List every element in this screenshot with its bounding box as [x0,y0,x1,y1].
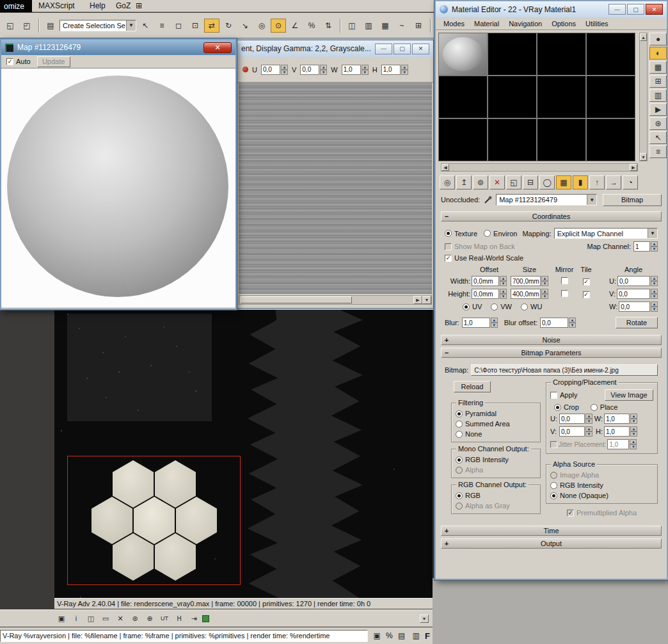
material-map-navigator-icon[interactable]: ≡ [649,145,667,158]
rgb-rgb-radio[interactable]: RGB [456,492,481,499]
selection-region-icon[interactable]: ◻ [171,19,186,33]
bitmap-path-button[interactable]: C:\Фото текстур\Новая папка (3)\Без имен… [471,364,658,376]
backlight-icon[interactable]: ◐ [649,47,667,60]
clear-image-icon[interactable]: ✕ [114,613,127,625]
width-size-spinner[interactable]: 700,0mm▲▼ [511,276,548,286]
sample-uv-tiling-icon[interactable]: ⊞ [649,75,667,88]
select-object-icon[interactable]: ↖ [138,19,153,33]
environ-radio[interactable]: Environ [484,230,517,237]
make-unique-icon[interactable]: ◱ [506,175,521,189]
unlink-selection-icon[interactable]: ◰ [19,19,35,33]
height-size-spinner[interactable]: 400,0mm▲▼ [511,289,548,299]
mapping-dropdown[interactable]: Explicit Map Channel ▼ [554,228,658,239]
rgb-alpha-as-gray-radio[interactable]: Alpha as Gray [456,502,510,510]
sample-slot[interactable] [439,119,487,161]
menu-maxscript[interactable]: MAXScript [38,1,75,10]
menu-modes[interactable]: Modes [443,20,465,28]
place-radio[interactable]: Place [591,403,618,411]
menu-customize[interactable]: omize [0,0,32,12]
close-icon[interactable]: ✕ [412,44,429,54]
menu-material[interactable]: Material [474,20,499,28]
sample-type-icon[interactable]: ● [649,33,667,45]
blur-offset-spinner[interactable]: 0,0▲▼ [540,318,576,328]
scroll-down-icon[interactable]: ▼ [640,153,647,161]
map-type-button[interactable]: Bitmap [603,194,662,206]
make-preview-icon[interactable]: ▶ [649,103,667,116]
reload-button[interactable]: Reload [454,381,491,392]
u-spinner[interactable]: 0,0▲▼ [261,65,288,75]
premultiplied-alpha-checkbox[interactable]: ✓Premultiplied Alpha [567,509,637,517]
maximize-icon[interactable]: ▢ [627,4,644,15]
sample-slot[interactable] [537,119,585,161]
save-image-icon[interactable]: ▣ [55,613,68,625]
reset-map-icon[interactable]: ✕ [489,175,505,189]
mirror-v-checkbox[interactable] [561,290,568,297]
video-color-check-icon[interactable]: ▥ [649,89,667,102]
material-editor-titlebar[interactable]: Material Editor - 22 - VRay Material1 — … [436,1,667,17]
scroll-up-icon[interactable]: ▲ [640,33,647,41]
jitter-spinner[interactable]: 1,0▲▼ [607,439,637,449]
copy-image-icon[interactable]: ◫ [84,613,97,625]
alpha-image-alpha-radio[interactable]: Image Alpha [550,471,599,479]
chevron-down-icon[interactable]: ▼ [587,195,596,205]
height-offset-spinner[interactable]: 0,0mm▲▼ [472,289,507,299]
crop-radio[interactable]: Crop [554,403,579,411]
wu-radio[interactable]: WU [521,303,542,310]
uv-radio[interactable]: UV [463,303,482,310]
pick-material-icon[interactable]: ◔ [623,175,638,189]
rollout-coordinates-header[interactable]: − Coordinates [441,211,662,221]
schematic-view-icon[interactable]: ⊞ [411,19,426,33]
stamp-apply-icon[interactable]: ▣ [371,630,383,641]
go-to-parent-icon[interactable]: ↑ [589,175,605,189]
assign-material-to-selection-icon[interactable]: ⊚ [473,175,488,189]
select-and-scale-icon[interactable]: ↘ [237,19,253,33]
background-checker-icon[interactable]: ▦ [649,61,667,74]
rollout-time-header[interactable]: + Time [441,526,662,536]
alpha-none-opaque-radio[interactable]: None (Opaque) [550,492,608,499]
use-pivot-center-icon[interactable]: ◎ [254,19,269,33]
slots-horizontal-scrollbar[interactable]: ◀ ▶ [441,163,638,172]
v-spinner[interactable]: 0,0▲▼ [300,65,327,75]
scroll-right-icon[interactable]: ▶ [413,296,422,304]
maximize-icon[interactable]: ▢ [394,44,411,54]
select-by-name-icon[interactable]: ≡ [154,19,170,33]
menu-options[interactable]: Options [552,20,576,28]
crop-v-spinner[interactable]: 0,0▲▼ [559,426,592,437]
curve-editor-icon[interactable]: ~ [394,19,410,33]
sample-slot-active[interactable] [439,33,487,75]
view-image-button[interactable]: View Image [605,389,653,401]
crop-w-spinner[interactable]: 1,0▲▼ [604,414,637,424]
jitter-checkbox[interactable] [550,441,557,448]
scroll-down-icon[interactable]: ▼ [420,615,429,623]
w-spinner[interactable]: 1,0▲▼ [342,65,369,75]
crop-u-spinner[interactable]: 0,0▲▼ [559,414,592,424]
chevron-down-icon[interactable]: ▼ [126,20,136,31]
blur-spinner[interactable]: 1,0▲▼ [462,318,498,328]
spinner-snap-icon[interactable]: ⇅ [321,19,336,33]
close-icon[interactable]: ✕ [646,4,663,15]
map-window-titlebar[interactable]: Map #1123126479 ✕ [1,40,235,55]
alpha-rgb-intensity-radio[interactable]: RGB Intensity [550,481,603,489]
expand-icon[interactable]: + [441,540,452,547]
h-spinner[interactable]: 1,0▲▼ [381,65,408,75]
scrollbar-thumb[interactable] [241,296,352,303]
sample-slot[interactable] [439,76,487,118]
mono-alpha-radio[interactable]: Alpha [456,466,483,474]
gear-icon[interactable]: ⊛ [129,613,141,625]
put-to-library-icon[interactable]: ⊟ [523,175,538,189]
render-region-selection[interactable] [67,456,241,585]
compare-icon[interactable]: ▭ [99,613,112,625]
sample-slot[interactable] [587,119,635,161]
font-button[interactable]: F [425,631,430,641]
scroll-left-icon[interactable]: ◀ [441,164,449,171]
color-swatch-green[interactable] [202,615,209,622]
show-map-on-back-checkbox[interactable]: Show Map on Back [445,243,515,250]
region-render-icon[interactable]: ⇥ [187,613,200,625]
sample-slot[interactable] [488,119,536,161]
percent-snap-icon[interactable]: % [304,19,319,33]
scroll-down-icon[interactable]: ▼ [422,296,431,304]
map-name-dropdown[interactable]: Map #1123126479 ▼ [496,194,597,205]
sample-slot[interactable] [537,33,585,75]
expand-icon[interactable]: + [441,527,452,535]
align-icon[interactable]: ▥ [361,19,376,33]
